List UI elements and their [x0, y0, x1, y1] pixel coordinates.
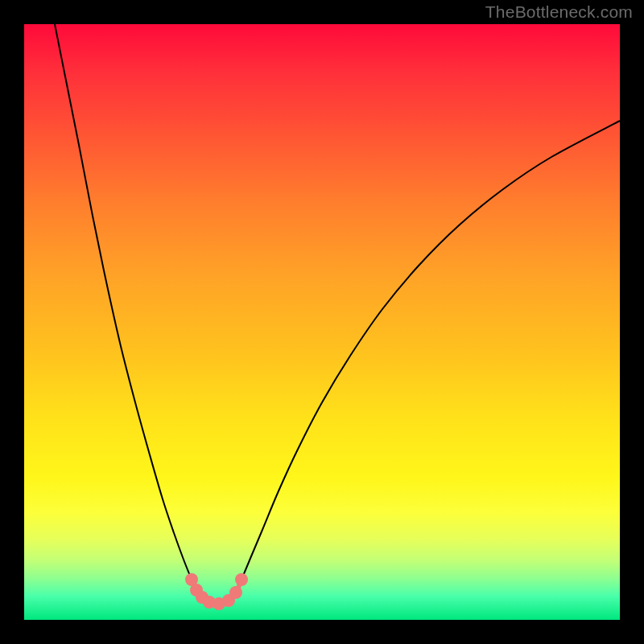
chart-svg — [24, 24, 620, 620]
curve-left — [55, 24, 192, 580]
data-marker — [235, 573, 248, 586]
watermark-text: TheBottleneck.com — [485, 2, 633, 22]
curve-right — [242, 121, 620, 580]
data-markers — [185, 573, 248, 610]
data-marker — [229, 586, 242, 599]
chart-area — [24, 24, 620, 620]
